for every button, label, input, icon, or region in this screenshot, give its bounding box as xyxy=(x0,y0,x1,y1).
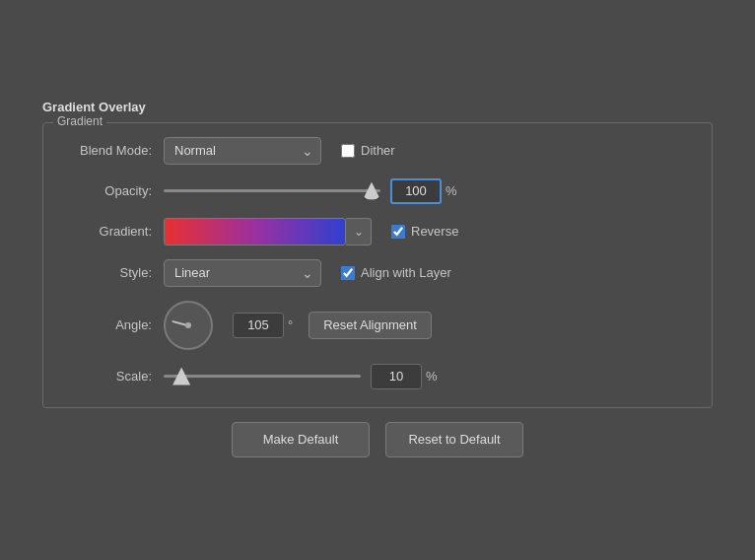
scale-row: Scale: % xyxy=(63,364,692,389)
gradient-group: Gradient Blend Mode: Normal Dissolve Mul… xyxy=(42,122,713,408)
blend-mode-dropdown[interactable]: Normal Dissolve Multiply Screen Overlay xyxy=(164,137,321,165)
scale-input[interactable] xyxy=(371,364,422,389)
dial-dot xyxy=(185,322,191,328)
group-label: Gradient xyxy=(53,114,106,128)
angle-label: Angle: xyxy=(63,317,152,332)
reset-to-default-button[interactable]: Reset to Default xyxy=(385,422,523,457)
blend-mode-select-wrapper: Normal Dissolve Multiply Screen Overlay xyxy=(164,137,321,165)
style-row: Style: Linear Radial Angle Reflected Dia… xyxy=(63,259,692,287)
gradient-dropdown-button[interactable]: ⌄ xyxy=(346,218,372,245)
opacity-row: Opacity: % xyxy=(63,178,692,204)
dither-text: Dither xyxy=(361,143,395,158)
align-with-layer-checkbox[interactable] xyxy=(341,266,355,280)
opacity-slider-container xyxy=(164,181,380,201)
gradient-label: Gradient: xyxy=(63,224,152,239)
opacity-slider[interactable] xyxy=(164,189,380,192)
scale-unit: % xyxy=(426,369,438,384)
make-default-button[interactable]: Make Default xyxy=(232,422,370,457)
angle-dial[interactable] xyxy=(164,301,213,350)
angle-input[interactable] xyxy=(233,313,284,338)
style-label: Style: xyxy=(63,265,152,280)
gradient-preview[interactable] xyxy=(164,218,346,245)
dither-group: Dither xyxy=(341,143,395,158)
scale-label: Scale: xyxy=(63,369,152,384)
angle-inner: ° Reset Alignment xyxy=(164,301,432,350)
scale-slider[interactable] xyxy=(164,375,361,378)
align-with-layer-label[interactable]: Align with Layer xyxy=(341,265,451,280)
blend-mode-label: Blend Mode: xyxy=(63,143,152,158)
angle-unit: ° xyxy=(288,317,293,332)
style-dropdown[interactable]: Linear Radial Angle Reflected Diamond xyxy=(164,259,321,287)
dither-label[interactable]: Dither xyxy=(341,143,395,158)
angle-row: Angle: ° Reset Alignment xyxy=(63,301,692,350)
gradient-row: Gradient: ⌄ Reverse xyxy=(63,218,692,245)
gradient-wrapper: ⌄ xyxy=(164,218,372,245)
reverse-checkbox[interactable] xyxy=(391,225,405,239)
gradient-overlay-panel: Gradient Overlay Gradient Blend Mode: No… xyxy=(23,84,732,477)
opacity-label: Opacity: xyxy=(63,183,152,198)
panel-title: Gradient Overlay xyxy=(42,100,713,114)
opacity-input[interactable] xyxy=(390,178,442,204)
bottom-buttons: Make Default Reset to Default xyxy=(42,422,713,457)
style-select-wrapper: Linear Radial Angle Reflected Diamond xyxy=(164,259,321,287)
align-with-layer-text: Align with Layer xyxy=(361,265,451,280)
opacity-unit: % xyxy=(446,183,457,198)
reverse-label[interactable]: Reverse xyxy=(391,224,458,239)
blend-mode-row: Blend Mode: Normal Dissolve Multiply Scr… xyxy=(63,137,692,165)
reverse-text: Reverse xyxy=(411,224,458,239)
dither-checkbox[interactable] xyxy=(341,144,355,158)
reset-alignment-button[interactable]: Reset Alignment xyxy=(309,312,432,339)
